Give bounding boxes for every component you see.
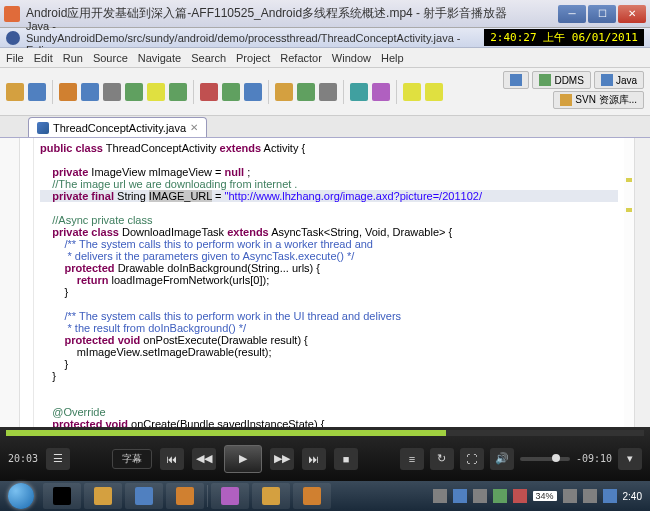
explorer-icon <box>94 487 112 505</box>
menu-search[interactable]: Search <box>191 52 226 64</box>
close-tab-icon[interactable]: ✕ <box>190 122 198 133</box>
menu-run[interactable]: Run <box>63 52 83 64</box>
android-sdk-icon[interactable] <box>125 83 143 101</box>
run-ext-icon[interactable] <box>244 83 262 101</box>
forward-icon[interactable] <box>425 83 443 101</box>
task-item[interactable] <box>84 483 122 509</box>
avd-icon[interactable] <box>169 83 187 101</box>
perspective-label: DDMS <box>554 75 583 86</box>
stop-button[interactable]: ■ <box>334 448 358 470</box>
maximize-button[interactable]: ☐ <box>588 5 616 23</box>
toolbar: DDMS Java SVN 资源库... <box>0 68 650 116</box>
task-item[interactable] <box>166 483 204 509</box>
warning-marker[interactable] <box>626 178 632 182</box>
next-track-button[interactable]: ⏭ <box>302 448 326 470</box>
progress-bar[interactable] <box>6 430 644 436</box>
splayer-task-icon <box>303 487 321 505</box>
network-icon[interactable] <box>563 489 577 503</box>
separator <box>343 80 344 104</box>
task-item[interactable] <box>252 483 290 509</box>
menu-refactor[interactable]: Refactor <box>280 52 322 64</box>
perspective-java[interactable]: Java <box>594 71 644 89</box>
debug-icon[interactable] <box>200 83 218 101</box>
tray-icon[interactable] <box>493 489 507 503</box>
play-button[interactable]: ▶ <box>224 445 262 473</box>
open-task-icon[interactable] <box>319 83 337 101</box>
perspective-svn[interactable]: SVN 资源库... <box>553 91 644 109</box>
window-buttons: ─ ☐ ✕ <box>558 5 646 23</box>
editor-tab-bar: ThreadConceptActivity.java ✕ <box>0 116 650 138</box>
start-button[interactable] <box>2 481 40 511</box>
close-button[interactable]: ✕ <box>618 5 646 23</box>
player-right: ≡ ↻ ⛶ 🔊 -09:10 ▾ <box>400 448 642 470</box>
expand-button[interactable]: ▾ <box>618 448 642 470</box>
volume-icon[interactable] <box>583 489 597 503</box>
task-item[interactable] <box>293 483 331 509</box>
separator <box>52 80 53 104</box>
repeat-button[interactable]: ↻ <box>430 448 454 470</box>
taskbar: 34% 2:40 <box>0 481 650 511</box>
run-icon[interactable] <box>222 83 240 101</box>
open-type-icon[interactable] <box>103 83 121 101</box>
fullscreen-button[interactable]: ⛶ <box>460 448 484 470</box>
tray-up-icon[interactable] <box>433 489 447 503</box>
taskbar-clock[interactable]: 2:40 <box>623 491 642 502</box>
player-app-icon <box>4 6 20 22</box>
rewind-button[interactable]: ◀◀ <box>192 448 216 470</box>
vertical-scrollbar[interactable] <box>634 138 650 427</box>
prev-track-button[interactable]: ⏮ <box>160 448 184 470</box>
perspective-label: Java <box>616 75 637 86</box>
separator <box>268 80 269 104</box>
task-item[interactable] <box>125 483 163 509</box>
menu-file[interactable]: File <box>6 52 24 64</box>
new-package-icon[interactable] <box>297 83 315 101</box>
system-tray: 34% 2:40 <box>433 489 648 503</box>
menu-edit[interactable]: Edit <box>34 52 53 64</box>
package-icon[interactable] <box>81 83 99 101</box>
task-item[interactable] <box>43 483 81 509</box>
overview-ruler[interactable] <box>624 138 634 427</box>
tab-label: ThreadConceptActivity.java <box>53 122 186 134</box>
save-icon[interactable] <box>28 83 46 101</box>
action-center-icon[interactable] <box>603 489 617 503</box>
code-body[interactable]: public class ThreadConceptActivity exten… <box>34 138 624 427</box>
sync-icon[interactable] <box>59 83 77 101</box>
task-item[interactable] <box>211 483 249 509</box>
java-file-icon <box>37 122 49 134</box>
elapsed-time: 20:03 <box>8 453 38 464</box>
tray-icon[interactable] <box>453 489 467 503</box>
code-editor[interactable]: public class ThreadConceptActivity exten… <box>0 138 650 427</box>
new-class-icon[interactable] <box>275 83 293 101</box>
subtitle-button[interactable]: 字幕 <box>112 449 152 469</box>
forward-button[interactable]: ▶▶ <box>270 448 294 470</box>
overlay-clock: 2:40:27 上午 06/01/2011 <box>484 29 644 46</box>
menu-source[interactable]: Source <box>93 52 128 64</box>
menu-bar: File Edit Run Source Navigate Search Pro… <box>0 48 650 68</box>
eq-button[interactable]: ≡ <box>400 448 424 470</box>
menu-navigate[interactable]: Navigate <box>138 52 181 64</box>
marker-gutter <box>0 138 20 427</box>
mute-button[interactable]: 🔊 <box>490 448 514 470</box>
tray-icon[interactable] <box>473 489 487 503</box>
menu-help[interactable]: Help <box>381 52 404 64</box>
minimize-button[interactable]: ─ <box>558 5 586 23</box>
battery-indicator[interactable]: 34% <box>533 491 557 501</box>
menu-window[interactable]: Window <box>332 52 371 64</box>
perspective-label: SVN 资源库... <box>575 93 637 107</box>
ju-icon[interactable] <box>147 83 165 101</box>
java-icon <box>601 74 613 86</box>
menu-project[interactable]: Project <box>236 52 270 64</box>
folder-task-icon <box>262 487 280 505</box>
eclipse-icon <box>6 31 20 45</box>
perspective-ddms[interactable]: DDMS <box>532 71 590 89</box>
playlist-button[interactable]: ☰ <box>46 448 70 470</box>
back-icon[interactable] <box>403 83 421 101</box>
volume-slider[interactable] <box>520 457 570 461</box>
warning-marker[interactable] <box>626 208 632 212</box>
new-icon[interactable] <box>6 83 24 101</box>
annotation-icon[interactable] <box>372 83 390 101</box>
open-perspective-button[interactable] <box>503 71 529 89</box>
tray-icon[interactable] <box>513 489 527 503</box>
editor-tab[interactable]: ThreadConceptActivity.java ✕ <box>28 117 207 137</box>
search-icon[interactable] <box>350 83 368 101</box>
